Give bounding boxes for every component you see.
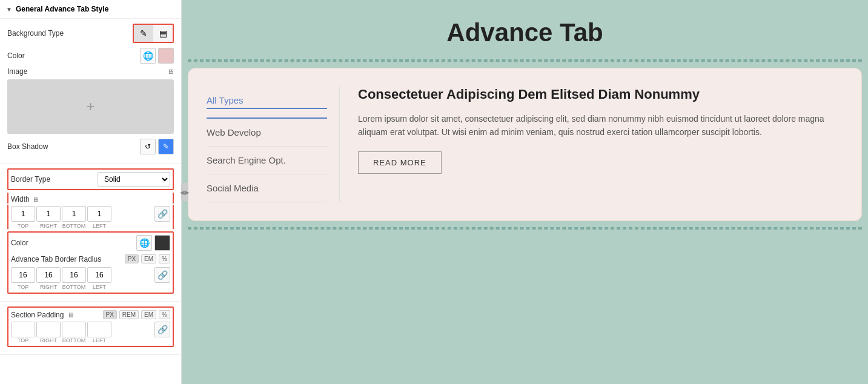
image-label: Image	[7, 67, 27, 76]
border-color-row: Color 🌐	[11, 235, 170, 251]
color-swatch-group: 🌐	[140, 48, 174, 64]
tab-all-types[interactable]: All Types	[207, 87, 327, 119]
background-type-buttons: ✎ ▤	[133, 24, 174, 43]
sp-bottom-label: BOTTOM	[62, 337, 86, 343]
border-radius-header: Advance Tab Border Radius PX EM %	[11, 254, 170, 263]
border-type-row: Border Type None Solid Dashed Dotted	[7, 168, 174, 190]
sp-bottom-input[interactable]	[62, 322, 86, 337]
tab-social-media[interactable]: Social Media	[207, 174, 327, 202]
border-width-monitor-icon: 🖥	[32, 196, 39, 203]
border-left-input[interactable]	[87, 206, 111, 222]
sp-left-label: LEFT	[87, 337, 111, 343]
page-title: Advance Tab	[182, 0, 868, 59]
border-section: Border Type None Solid Dashed Dotted Wid…	[0, 164, 181, 302]
box-shadow-edit-btn[interactable]: ✎	[158, 139, 174, 154]
br-right-label: RIGHT	[36, 284, 61, 290]
border-color-swatch[interactable]	[154, 235, 170, 251]
sp-percent-btn[interactable]: %	[159, 310, 170, 319]
br-left-label: LEFT	[87, 284, 111, 290]
border-radius-bottom-input[interactable]	[62, 267, 86, 283]
panel-header: ▼ General Advance Tab Style	[0, 0, 181, 19]
border-radius-em-btn[interactable]: EM	[141, 254, 156, 263]
border-left-label: LEFT	[87, 223, 111, 229]
border-color-swatch-group: 🌐	[136, 235, 170, 251]
box-shadow-refresh-btn[interactable]: ↺	[140, 139, 156, 154]
border-bottom-label: BOTTOM	[62, 223, 86, 229]
box-shadow-label: Box Shadow	[7, 142, 48, 151]
sp-left-input[interactable]	[87, 322, 111, 337]
box-shadow-row: Box Shadow ↺ ✎	[7, 139, 174, 154]
border-color-globe-btn[interactable]: 🌐	[136, 235, 152, 251]
add-image-icon: +	[86, 98, 94, 115]
border-right-label: RIGHT	[36, 223, 61, 229]
sp-link-btn[interactable]: 🔗	[154, 322, 170, 337]
tab-social-media-label: Social Media	[207, 183, 259, 193]
left-panel: ▼ General Advance Tab Style Background T…	[0, 0, 182, 384]
border-link-btn[interactable]: 🔗	[154, 206, 170, 222]
sp-top-input[interactable]	[11, 322, 35, 337]
tab-list: All Types Web Develop Search Engine Opt.…	[207, 87, 340, 202]
border-radius-px-btn[interactable]: PX	[125, 254, 139, 263]
border-bottom-input[interactable]	[62, 206, 86, 222]
border-top-input[interactable]	[11, 206, 35, 222]
border-radius-labels: TOP RIGHT BOTTOM LEFT	[11, 284, 170, 290]
tab-all-types-label: All Types	[207, 95, 244, 105]
tab-content-title: Consectetuer Adipiscing Dem Elitsed Diam…	[358, 87, 843, 102]
border-width-inputs: 🔗	[7, 205, 174, 223]
card-section: All Types Web Develop Search Engine Opt.…	[188, 68, 862, 221]
sp-rem-btn[interactable]: REM	[119, 310, 139, 319]
section-padding-row: Section Padding 🖥 PX REM EM % 🔗	[7, 306, 174, 347]
color-label: Color	[7, 51, 25, 60]
tab-search-engine-label: Search Engine Opt.	[207, 155, 286, 165]
border-type-select[interactable]: None Solid Dashed Dotted	[98, 172, 170, 187]
border-width-label: Width	[11, 195, 30, 204]
border-radius-percent-btn[interactable]: %	[159, 254, 170, 263]
br-bottom-label: BOTTOM	[62, 284, 86, 290]
section-padding-labels: TOP RIGHT BOTTOM LEFT	[11, 337, 170, 343]
border-radius-four-inputs	[11, 267, 153, 283]
color-globe-btn[interactable]: 🌐	[140, 48, 156, 64]
resize-handle[interactable]: ◀▶	[181, 183, 188, 201]
section-padding-label: Section Padding	[11, 311, 64, 319]
border-radius-top-input[interactable]	[11, 267, 35, 283]
border-right-input[interactable]	[36, 206, 61, 222]
background-type-label: Background Type	[7, 29, 64, 38]
border-radius-link-btn[interactable]: 🔗	[154, 267, 170, 283]
background-type-section: Background Type ✎ ▤ Color 🌐 Image 🖥 + Bo…	[0, 19, 181, 164]
bg-color-btn[interactable]: ✎	[134, 25, 153, 42]
sp-right-input[interactable]	[36, 322, 61, 337]
tab-web-develop[interactable]: Web Develop	[207, 119, 327, 147]
border-radius-section: Advance Tab Border Radius PX EM % 🔗	[11, 254, 170, 290]
border-radius-inputs-row: 🔗	[11, 266, 170, 284]
color-swatch[interactable]	[158, 48, 174, 64]
section-padding-header: Section Padding 🖥 PX REM EM %	[11, 310, 170, 319]
read-more-button[interactable]: READ MORE	[358, 151, 442, 174]
tab-search-engine[interactable]: Search Engine Opt.	[207, 147, 327, 174]
sp-right-label: RIGHT	[36, 337, 61, 343]
tab-content-body: Lorem ipsum dolor sit amet, consectetuer…	[358, 112, 843, 139]
bg-image-btn[interactable]: ▤	[153, 25, 173, 42]
border-color-label: Color	[11, 239, 28, 247]
sp-px-btn[interactable]: PX	[103, 310, 117, 319]
collapse-icon[interactable]: ▼	[6, 6, 12, 13]
box-shadow-controls: ↺ ✎	[140, 139, 174, 154]
image-upload-area[interactable]: +	[7, 79, 174, 134]
border-radius-left-input[interactable]	[87, 267, 111, 283]
tab-active-indicator	[207, 108, 327, 109]
section-padding-monitor-icon: 🖥	[67, 311, 74, 319]
border-width-four-inputs	[11, 206, 153, 222]
border-top-label: TOP	[11, 223, 35, 229]
image-row: Image 🖥	[7, 67, 174, 76]
border-type-label: Border Type	[11, 175, 50, 184]
border-color-section: Color 🌐 Advance Tab Border Radius PX EM …	[7, 231, 174, 294]
tab-content: Consectetuer Adipiscing Dem Elitsed Diam…	[340, 87, 843, 202]
border-radius-right-input[interactable]	[36, 267, 61, 283]
br-top-label: TOP	[11, 284, 35, 290]
right-panel: Advance Tab All Types Web Develop Search…	[182, 0, 868, 384]
sp-em-btn[interactable]: EM	[141, 310, 156, 319]
border-width-row: Width 🖥	[7, 193, 174, 204]
color-row: Color 🌐	[7, 48, 174, 64]
border-width-labels: TOP RIGHT BOTTOM LEFT	[7, 223, 174, 229]
section-padding-units: PX REM EM %	[103, 310, 170, 319]
tab-web-develop-label: Web Develop	[207, 127, 261, 137]
